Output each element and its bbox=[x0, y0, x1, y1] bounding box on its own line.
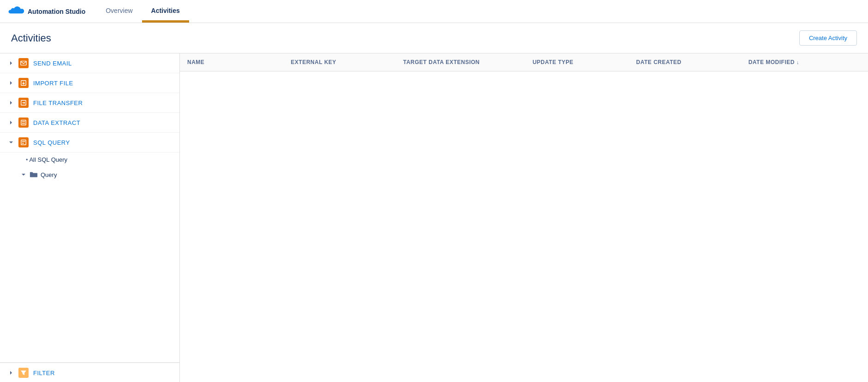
send-email-icon bbox=[18, 58, 29, 68]
svg-rect-4 bbox=[21, 140, 26, 145]
sidebar-item-send-email[interactable]: SEND EMAIL bbox=[0, 53, 179, 73]
sql-query-label: SQL QUERY bbox=[33, 139, 70, 146]
main-content: SEND EMAIL IMPORT FILE FILE TRANSFER bbox=[0, 53, 868, 382]
file-transfer-label: FILE TRANSFER bbox=[33, 100, 83, 106]
sidebar-item-import-file[interactable]: IMPORT FILE bbox=[0, 73, 179, 93]
import-file-label: IMPORT FILE bbox=[33, 80, 73, 87]
sort-desc-icon: ↓ bbox=[797, 59, 799, 65]
filter-label: FILTER bbox=[33, 370, 55, 376]
chevron-down-icon bbox=[7, 139, 15, 146]
col-header-date-modified[interactable]: DATE MODIFIED ↓ bbox=[749, 59, 861, 65]
col-header-name[interactable]: NAME bbox=[187, 59, 291, 65]
sidebar: SEND EMAIL IMPORT FILE FILE TRANSFER bbox=[0, 53, 180, 382]
folder-chevron-down-icon bbox=[20, 171, 27, 178]
table-body bbox=[180, 71, 868, 380]
svg-rect-0 bbox=[21, 61, 26, 65]
page-header: Activities Create Activity bbox=[0, 23, 868, 53]
app-name-label: Automation Studio bbox=[28, 8, 85, 15]
chevron-right-icon bbox=[7, 79, 15, 87]
data-extract-label: DATA EXTRACT bbox=[33, 119, 80, 126]
col-header-target[interactable]: TARGET DATA EXTENSION bbox=[403, 59, 533, 65]
sidebar-item-file-transfer[interactable]: FILE TRANSFER bbox=[0, 93, 179, 113]
col-header-external-key[interactable]: EXTERNAL KEY bbox=[291, 59, 403, 65]
col-header-update-type[interactable]: UPDATE TYPE bbox=[533, 59, 636, 65]
data-extract-icon bbox=[18, 118, 29, 128]
sidebar-folder-query[interactable]: Query bbox=[0, 167, 179, 182]
sidebar-item-filter[interactable]: FILTER bbox=[0, 363, 179, 382]
sidebar-item-data-extract[interactable]: DATA EXTRACT bbox=[0, 113, 179, 133]
create-activity-button[interactable]: Create Activity bbox=[799, 30, 857, 46]
sql-query-icon bbox=[18, 137, 29, 147]
tab-overview[interactable]: Overview bbox=[96, 0, 142, 23]
page-title: Activities bbox=[11, 32, 51, 44]
app-logo: Automation Studio bbox=[7, 6, 85, 17]
salesforce-logo-icon bbox=[7, 6, 24, 17]
send-email-label: SEND EMAIL bbox=[33, 60, 72, 67]
svg-rect-3 bbox=[21, 120, 26, 125]
folder-icon bbox=[30, 170, 38, 179]
tab-activities[interactable]: Activities bbox=[142, 0, 189, 23]
chevron-right-icon bbox=[7, 119, 15, 126]
table-header: NAME EXTERNAL KEY TARGET DATA EXTENSION … bbox=[180, 53, 868, 71]
chevron-right-icon bbox=[7, 369, 15, 376]
file-transfer-icon bbox=[18, 98, 29, 108]
chevron-right-icon bbox=[7, 99, 15, 106]
filter-icon bbox=[18, 368, 29, 378]
top-navigation: Automation Studio Overview Activities bbox=[0, 0, 868, 23]
folder-query-label: Query bbox=[41, 171, 57, 178]
import-file-icon bbox=[18, 78, 29, 88]
sidebar-item-sql-query[interactable]: SQL QUERY bbox=[0, 133, 179, 153]
nav-tabs: Overview Activities bbox=[96, 0, 189, 23]
col-header-date-created[interactable]: DATE CREATED bbox=[636, 59, 748, 65]
sidebar-subitem-all-sql-query[interactable]: All SQL Query bbox=[0, 153, 179, 167]
table-area: NAME EXTERNAL KEY TARGET DATA EXTENSION … bbox=[180, 53, 868, 382]
chevron-right-icon bbox=[7, 59, 15, 67]
